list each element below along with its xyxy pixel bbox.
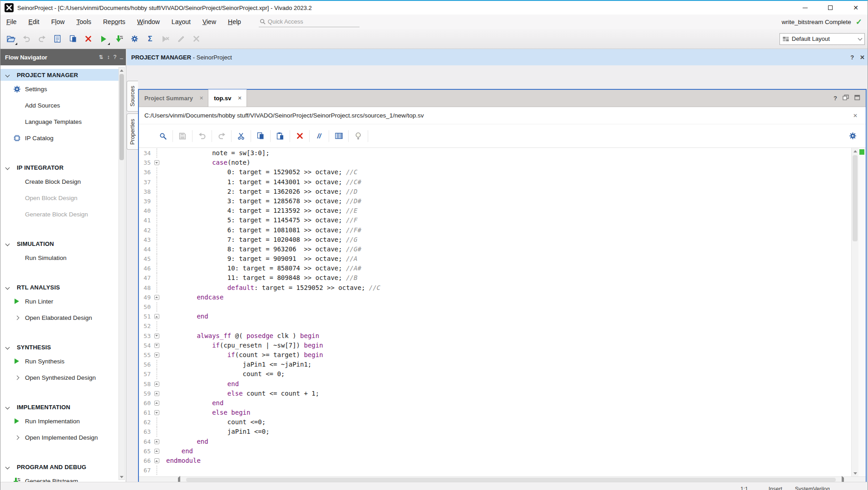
delete-button[interactable] (83, 34, 94, 44)
sidebar-tab-sources[interactable]: Sources (127, 81, 138, 112)
help-icon[interactable]: ? (113, 54, 117, 60)
line-number: 59 (139, 389, 153, 398)
flownav-item-settings[interactable]: Settings (0, 81, 118, 97)
flownav-item-generate-bitstream[interactable]: Generate Bitstream (0, 473, 118, 482)
project-manager-header: PROJECT MANAGER - SeinorProject ? ✕ (127, 49, 868, 65)
editor-settings-gear-icon[interactable] (847, 130, 858, 142)
fold-gutter (153, 273, 161, 283)
flownav-item-run-simulation[interactable]: Run Simulation (0, 250, 118, 266)
scroll-down-arrow[interactable] (853, 470, 858, 476)
fold-end-icon[interactable] (154, 295, 159, 300)
cut-icon[interactable] (235, 130, 247, 142)
fold-end-icon[interactable] (154, 458, 159, 463)
minimize-button[interactable] (792, 1, 818, 15)
fold-end-icon[interactable] (154, 391, 159, 396)
flow-navigator-scrollbar[interactable] (118, 67, 125, 480)
generate-bitstream-button[interactable] (114, 34, 124, 44)
expand-icon[interactable]: ↕ (107, 54, 110, 60)
report-button[interactable] (52, 34, 63, 44)
close-icon[interactable]: ✕ (237, 95, 242, 101)
code-area[interactable]: 34 note = sw[3:0];35 case(note)36 0: tar… (139, 148, 866, 476)
cancel-run-button (160, 34, 171, 44)
quick-access-box[interactable] (259, 16, 360, 27)
flownav-header-implementation[interactable]: IMPLEMENTATION (0, 401, 118, 413)
scroll-up-arrow[interactable] (853, 148, 858, 154)
collapse-all-icon[interactable]: ⇅ (99, 54, 104, 60)
scroll-down-arrow[interactable] (119, 474, 124, 480)
fold-end-icon[interactable] (154, 439, 159, 444)
fold-collapse-icon[interactable] (154, 160, 159, 165)
columns-icon[interactable] (333, 130, 345, 142)
flownav-item-run-linter[interactable]: Run Linter (0, 293, 118, 309)
menu-item-file[interactable]: File (0, 15, 23, 29)
copy-icon[interactable] (255, 130, 266, 142)
sidebar-tab-properties[interactable]: Properties (127, 113, 138, 150)
help-icon[interactable]: ? (850, 54, 854, 61)
close-icon[interactable]: ✕ (860, 54, 865, 61)
help-icon[interactable]: ? (833, 95, 837, 102)
menu-item-reports[interactable]: Reports (97, 15, 131, 29)
flownav-item-open-implemented-design[interactable]: Open Implemented Design (0, 429, 118, 446)
menu-item-flow[interactable]: Flow (45, 15, 71, 29)
open-file-button[interactable] (6, 34, 16, 44)
flownav-item-ip-catalog[interactable]: IP Catalog (0, 130, 118, 146)
menu-item-window[interactable]: Window (131, 15, 166, 29)
xred-icon[interactable] (294, 130, 306, 142)
menu-item-layout[interactable]: Layout (166, 15, 197, 29)
bulb-icon[interactable] (352, 130, 364, 142)
code-text: end (161, 446, 193, 456)
editor-vertical-scrollbar[interactable] (851, 148, 858, 476)
flownav-header-synthesis[interactable]: SYNTHESIS (0, 341, 118, 353)
fold-gutter (153, 293, 161, 302)
flownav-item-run-synthesis[interactable]: Run Synthesis (0, 353, 118, 369)
flownav-header-rtl-analysis[interactable]: RTL ANALYSIS (0, 281, 118, 293)
menu-item-edit[interactable]: Edit (23, 15, 45, 29)
scroll-up-arrow[interactable] (119, 68, 124, 73)
float-window-icon[interactable] (843, 94, 849, 102)
close-button[interactable]: ✕ (843, 1, 868, 15)
quick-access-input[interactable] (268, 18, 350, 25)
fold-collapse-icon[interactable] (154, 410, 159, 415)
fold-collapse-icon[interactable] (154, 333, 159, 338)
flownav-item-language-templates[interactable]: Language Templates (0, 113, 118, 130)
scrollbar-thumb[interactable] (119, 74, 124, 160)
flownav-item-open-elaborated-design[interactable]: Open Elaborated Design (0, 309, 118, 326)
maximize-button[interactable] (818, 1, 843, 15)
copy-button[interactable] (68, 34, 78, 44)
flownav-item-create-block-design[interactable]: Create Block Design (0, 173, 118, 190)
minimize-panel-icon[interactable]: _ (120, 53, 123, 59)
editor-tab-top-sv[interactable]: top.sv✕ (208, 89, 247, 107)
fold-end-icon[interactable] (154, 401, 159, 406)
report-summary-button[interactable]: Σ (145, 34, 155, 44)
settings-button[interactable] (129, 34, 140, 44)
run-button[interactable] (99, 34, 109, 44)
flownav-header-ip-integrator[interactable]: IP INTEGRATOR (0, 162, 118, 173)
menu-item-tools[interactable]: Tools (70, 15, 97, 29)
find-icon[interactable] (157, 130, 169, 142)
flownav-item-open-synthesized-design[interactable]: Open Synthesized Design (0, 369, 118, 386)
maximize-panel-icon[interactable] (854, 95, 860, 102)
scrollbar-thumb[interactable] (853, 155, 858, 241)
editor-tab-project-summary[interactable]: Project Summary✕ (139, 89, 208, 107)
fold-collapse-icon[interactable] (154, 343, 159, 348)
close-icon[interactable]: ✕ (853, 113, 858, 119)
flownav-header-program-and-debug[interactable]: PROGRAM AND DEBUG (0, 461, 118, 473)
close-icon[interactable]: ✕ (199, 95, 203, 101)
sources-tab-label: Sources (129, 82, 136, 111)
flownav-header-simulation[interactable]: SIMULATION (0, 238, 118, 250)
fold-guide-line (157, 148, 157, 158)
menu-item-help[interactable]: Help (222, 15, 247, 29)
menu-item-view[interactable]: View (197, 15, 222, 29)
fold-guide-line (157, 177, 157, 187)
flownav-header-project-manager[interactable]: PROJECT MANAGER (0, 69, 118, 81)
fold-end-icon[interactable] (154, 314, 159, 319)
paste-icon[interactable] (274, 130, 286, 142)
comment-icon[interactable]: // (313, 130, 325, 142)
scrollbar-thumb[interactable] (186, 478, 836, 482)
flownav-item-add-sources[interactable]: Add Sources (0, 97, 118, 113)
layout-selector[interactable]: Default Layout (779, 33, 865, 45)
fold-collapse-icon[interactable] (154, 353, 159, 358)
fold-end-icon[interactable] (154, 449, 159, 454)
flownav-item-run-implementation[interactable]: Run Implementation (0, 413, 118, 429)
fold-end-icon[interactable] (154, 382, 159, 387)
